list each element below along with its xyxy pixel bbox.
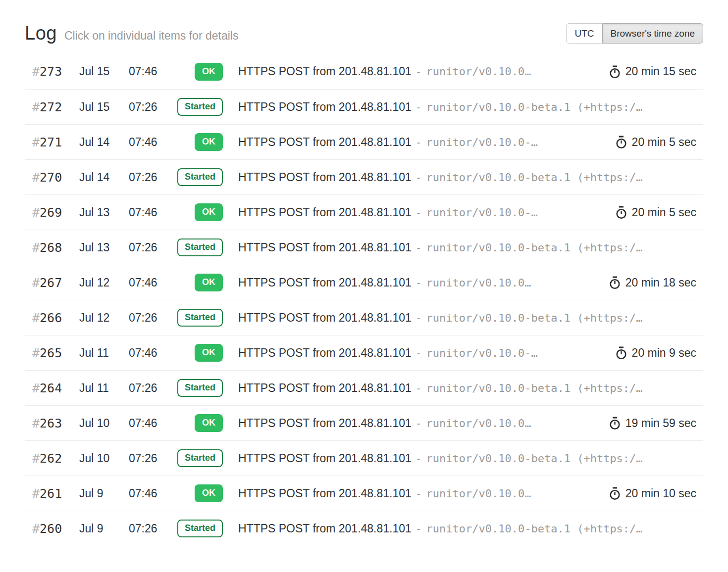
log-row[interactable]: #260 Jul 9 07:26 Started HTTPS POST from…	[25, 511, 703, 546]
user-agent-text: runitor/v0.10.0…	[426, 65, 531, 78]
event-date: Jul 12	[79, 311, 129, 325]
request-text: HTTPS POST from 201.48.81.101	[238, 206, 412, 219]
number-hash: #	[32, 381, 40, 395]
request-text: HTTPS POST from 201.48.81.101	[238, 381, 412, 394]
event-date: Jul 14	[79, 171, 129, 184]
number-hash: #	[32, 170, 40, 185]
log-row[interactable]: #266 Jul 12 07:26 Started HTTPS POST fro…	[25, 300, 703, 335]
number-value: 265	[40, 346, 62, 360]
user-agent-text: runitor/v0.10.0-beta.1 (+https:/…	[426, 101, 643, 113]
user-agent-text: runitor/v0.10.0-…	[426, 136, 538, 148]
user-agent-text: runitor/v0.10.0-beta.1 (+https:/…	[426, 171, 643, 184]
number-value: 267	[40, 276, 62, 290]
log-row[interactable]: #265 Jul 11 07:46 OK HTTPS POST from 201…	[25, 335, 703, 370]
title-block: Log Click on individual items for detail…	[25, 23, 238, 44]
status-cell: Started	[177, 98, 223, 116]
number-value: 269	[40, 205, 62, 220]
separator-dash: -	[416, 277, 422, 289]
status-badge: Started	[177, 520, 223, 537]
event-description: HTTPS POST from 201.48.81.101-runitor/v0…	[238, 522, 696, 535]
log-row[interactable]: #271 Jul 14 07:46 OK HTTPS POST from 201…	[25, 124, 703, 159]
log-row[interactable]: #273 Jul 15 07:46 OK HTTPS POST from 201…	[25, 54, 703, 89]
user-agent-text: runitor/v0.10.0-beta.1 (+https:/…	[426, 241, 643, 254]
event-date: Jul 9	[79, 487, 129, 500]
event-number: #270	[32, 170, 79, 185]
request-text: HTTPS POST from 201.48.81.101	[238, 311, 412, 324]
utc-button[interactable]: UTC	[566, 23, 602, 44]
number-hash: #	[32, 416, 40, 430]
event-date: Jul 15	[79, 65, 129, 78]
status-badge: Started	[177, 309, 223, 327]
event-number: #272	[32, 100, 79, 114]
event-description: HTTPS POST from 201.48.81.101-runitor/v0…	[238, 487, 597, 500]
event-description: HTTPS POST from 201.48.81.101-runitor/v0…	[238, 276, 597, 289]
event-description: HTTPS POST from 201.48.81.101-runitor/v0…	[238, 311, 696, 325]
event-time: 07:26	[129, 381, 177, 395]
event-number: #264	[32, 381, 79, 395]
event-number: #267	[32, 276, 79, 290]
event-description: HTTPS POST from 201.48.81.101-runitor/v0…	[238, 65, 597, 78]
number-value: 270	[40, 170, 62, 185]
log-row[interactable]: #268 Jul 13 07:26 Started HTTPS POST fro…	[25, 230, 703, 265]
duration: 20 min 5 sec	[603, 205, 696, 219]
event-description: HTTPS POST from 201.48.81.101-runitor/v0…	[238, 241, 696, 254]
duration-text: 19 min 59 sec	[625, 417, 696, 430]
event-time: 07:46	[129, 346, 177, 360]
event-time: 07:46	[129, 65, 177, 78]
stopwatch-icon	[609, 65, 621, 79]
status-badge: OK	[195, 414, 223, 432]
event-time: 07:46	[129, 206, 177, 219]
timezone-toggle-group: UTC Browser's time zone	[566, 23, 703, 44]
request-text: HTTPS POST from 201.48.81.101	[238, 65, 412, 78]
duration-text: 20 min 5 sec	[632, 136, 696, 149]
duration: 19 min 59 sec	[597, 416, 696, 430]
stopwatch-icon	[615, 346, 627, 360]
status-cell: OK	[177, 344, 223, 362]
number-hash: #	[32, 205, 40, 220]
number-value: 261	[40, 486, 62, 501]
separator-dash: -	[416, 172, 422, 184]
log-row[interactable]: #267 Jul 12 07:46 OK HTTPS POST from 201…	[25, 265, 703, 300]
status-badge: Started	[177, 98, 223, 116]
status-badge: Started	[177, 168, 223, 186]
number-value: 266	[40, 311, 62, 325]
duration-text: 20 min 15 sec	[625, 65, 696, 78]
event-number: #265	[32, 346, 79, 360]
separator-dash: -	[416, 347, 422, 359]
user-agent-text: runitor/v0.10.0-beta.1 (+https:/…	[426, 382, 643, 394]
stopwatch-icon	[615, 135, 627, 149]
event-description: HTTPS POST from 201.48.81.101-runitor/v0…	[238, 381, 696, 395]
request-text: HTTPS POST from 201.48.81.101	[238, 171, 412, 184]
log-row[interactable]: #270 Jul 14 07:26 Started HTTPS POST fro…	[25, 159, 703, 194]
status-cell: Started	[177, 449, 223, 467]
browser-timezone-button[interactable]: Browser's time zone	[602, 23, 703, 44]
number-value: 271	[40, 135, 62, 149]
log-row[interactable]: #261 Jul 9 07:46 OK HTTPS POST from 201.…	[25, 476, 703, 511]
event-date: Jul 11	[79, 381, 129, 395]
duration-text: 20 min 9 sec	[632, 346, 696, 360]
number-hash: #	[32, 522, 40, 536]
event-description: HTTPS POST from 201.48.81.101-runitor/v0…	[238, 452, 696, 465]
event-description: HTTPS POST from 201.48.81.101-runitor/v0…	[238, 100, 696, 114]
duration-text: 20 min 10 sec	[625, 487, 696, 500]
event-number: #273	[32, 64, 79, 79]
status-cell: OK	[177, 63, 223, 81]
event-date: Jul 9	[79, 522, 129, 535]
status-cell: Started	[177, 238, 223, 256]
event-description: HTTPS POST from 201.48.81.101-runitor/v0…	[238, 171, 696, 184]
request-text: HTTPS POST from 201.48.81.101	[238, 100, 412, 113]
status-badge: Started	[177, 379, 223, 397]
log-row[interactable]: #269 Jul 13 07:46 OK HTTPS POST from 201…	[25, 194, 703, 230]
log-row[interactable]: #262 Jul 10 07:26 Started HTTPS POST fro…	[25, 440, 703, 476]
log-row[interactable]: #263 Jul 10 07:46 OK HTTPS POST from 201…	[25, 405, 703, 440]
number-hash: #	[32, 135, 40, 149]
event-time: 07:26	[129, 171, 177, 184]
event-date: Jul 14	[79, 136, 129, 149]
event-date: Jul 10	[79, 452, 129, 465]
request-text: HTTPS POST from 201.48.81.101	[238, 417, 412, 429]
log-row[interactable]: #272 Jul 15 07:26 Started HTTPS POST fro…	[25, 89, 703, 124]
log-row[interactable]: #264 Jul 11 07:26 Started HTTPS POST fro…	[25, 370, 703, 405]
status-badge: OK	[195, 203, 223, 221]
status-badge: OK	[195, 63, 223, 81]
request-text: HTTPS POST from 201.48.81.101	[238, 487, 412, 500]
